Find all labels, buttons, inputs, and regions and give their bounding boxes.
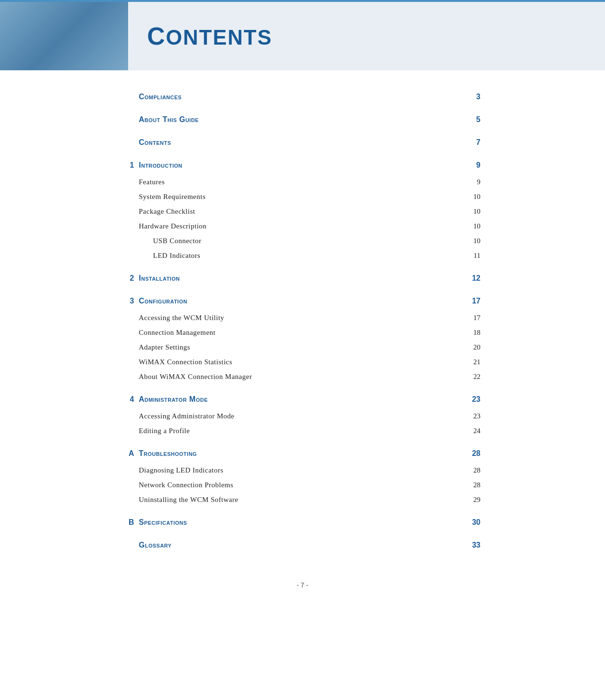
toc-entry-glossary: Glossary 33 xyxy=(125,538,481,553)
entry-page: 28 xyxy=(462,466,481,474)
entry-title: LED Indicators xyxy=(139,252,307,260)
entry-title: Specifications xyxy=(139,518,300,527)
page-footer: - 7 - xyxy=(0,572,605,598)
entry-page: 9 xyxy=(462,178,481,186)
toc-entry-adapter: Adapter Settings 20 xyxy=(125,340,481,355)
toc-entry-installation: 2 Installation 12 xyxy=(125,271,481,286)
entry-title: Administrator Mode xyxy=(139,395,300,404)
entry-title: Compliances xyxy=(139,93,300,101)
entry-number: A xyxy=(125,449,139,458)
toc-entry-uninstalling: Uninstalling the WCM Software 29 xyxy=(125,492,481,507)
entry-page: 20 xyxy=(462,343,481,351)
entry-page: 24 xyxy=(462,427,481,435)
gap xyxy=(122,286,483,293)
entry-title: Accessing Administrator Mode xyxy=(139,412,300,420)
gap xyxy=(122,384,483,392)
entry-title: Package Checklist xyxy=(139,208,300,216)
entry-title: Network Connection Problems xyxy=(139,481,300,489)
entry-title: Contents xyxy=(139,138,300,147)
entry-title: Connection Management xyxy=(139,329,300,337)
entry-page: 10 xyxy=(462,193,481,201)
entry-title: Troubleshooting xyxy=(139,449,300,458)
entry-title: WiMAX Connection Statistics xyxy=(139,358,300,366)
gap xyxy=(122,507,483,515)
entry-title: Adapter Settings xyxy=(139,343,300,351)
entry-page: 10 xyxy=(462,237,481,245)
gap xyxy=(122,263,483,271)
gap xyxy=(122,150,483,158)
entry-page: 10 xyxy=(462,222,481,230)
gap xyxy=(122,530,483,538)
entry-page: 17 xyxy=(462,314,481,322)
entry-page: 23 xyxy=(462,395,481,404)
entry-title: About This Guide xyxy=(139,115,300,124)
toc-entry-about: About This Guide 5 xyxy=(125,112,481,127)
toc-entry-sysreq: System Requirements 10 xyxy=(125,189,481,204)
toc-entry-troubleshooting: A Troubleshooting 28 xyxy=(125,446,481,461)
entry-title: Hardware Description xyxy=(139,222,300,230)
entry-number: 1 xyxy=(125,161,139,170)
header-content-area: CONTENTS xyxy=(128,2,605,70)
entry-number: 4 xyxy=(125,395,139,404)
entry-title: Introduction xyxy=(139,161,300,170)
entry-number: B xyxy=(125,518,139,527)
toc-entry-diagnosing: Diagnosing LED Indicators 28 xyxy=(125,463,481,478)
toc-entry-introduction: 1 Introduction 9 xyxy=(125,158,481,173)
toc-entry-configuration: 3 Configuration 17 xyxy=(125,293,481,309)
toc-entry-connection-mgmt: Connection Management 18 xyxy=(125,325,481,340)
page-header: CONTENTS xyxy=(0,0,605,70)
entry-page: 29 xyxy=(462,496,481,504)
toc-entry-accessing-admin: Accessing Administrator Mode 23 xyxy=(125,409,481,424)
entry-page: 21 xyxy=(462,358,481,366)
entry-title: USB Connector xyxy=(139,237,307,245)
gap xyxy=(122,104,483,112)
entry-title: Glossary xyxy=(139,541,300,549)
entry-page: 12 xyxy=(462,274,481,283)
entry-page: 7 xyxy=(462,138,481,147)
title-first-letter: C xyxy=(147,22,166,50)
entry-title: Diagnosing LED Indicators xyxy=(139,466,300,474)
entry-page: 3 xyxy=(462,93,481,101)
entry-title: Editing a Profile xyxy=(139,427,300,435)
toc-entry-specifications: B Specifications 30 xyxy=(125,515,481,530)
toc-entry-compliances: Compliances 3 xyxy=(125,89,481,104)
toc-entry-contents: Contents 7 xyxy=(125,135,481,150)
entry-page: 9 xyxy=(462,161,481,170)
toc-entry-wimax-stats: WiMAX Connection Statistics 21 xyxy=(125,355,481,369)
page-number: - 7 - xyxy=(297,581,308,589)
toc-entry-package: Package Checklist 10 xyxy=(125,204,481,219)
toc-entry-features: Features 9 xyxy=(125,175,481,189)
entry-title: About WiMAX Connection Manager xyxy=(139,373,300,381)
toc-entry-about-wimax: About WiMAX Connection Manager 22 xyxy=(125,369,481,384)
gap xyxy=(122,127,483,135)
entry-title: Features xyxy=(139,178,300,186)
entry-page: 22 xyxy=(462,373,481,381)
entry-title: Configuration xyxy=(139,297,300,305)
entry-page: 28 xyxy=(462,481,481,489)
entry-page: 17 xyxy=(462,297,481,305)
title-rest: ONTENTS xyxy=(166,26,272,49)
entry-page: 11 xyxy=(462,252,481,260)
page-title: CONTENTS xyxy=(147,22,272,50)
entry-title: Accessing the WCM Utility xyxy=(139,314,300,322)
gap xyxy=(122,438,483,446)
entry-page: 18 xyxy=(462,329,481,337)
entry-title: System Requirements xyxy=(139,193,300,201)
entry-title: Uninstalling the WCM Software xyxy=(139,496,300,504)
toc-entry-usb: USB Connector 10 xyxy=(125,234,481,248)
entry-title: Installation xyxy=(139,274,300,283)
toc-entry-led: LED Indicators 11 xyxy=(125,248,481,263)
entry-number: 2 xyxy=(125,274,139,283)
entry-number: 3 xyxy=(125,297,139,305)
toc-entry-hardware: Hardware Description 10 xyxy=(125,219,481,234)
entry-page: 5 xyxy=(462,115,481,124)
entry-page: 28 xyxy=(462,449,481,458)
toc-entry-network-problems: Network Connection Problems 28 xyxy=(125,478,481,492)
toc-container: Compliances 3 About This Guide 5 Content… xyxy=(122,89,483,553)
entry-page: 33 xyxy=(462,541,481,549)
main-content: Compliances 3 About This Guide 5 Content… xyxy=(0,70,605,572)
entry-page: 23 xyxy=(462,412,481,420)
toc-entry-admin: 4 Administrator Mode 23 xyxy=(125,392,481,407)
toc-entry-editing-profile: Editing a Profile 24 xyxy=(125,424,481,438)
toc-entry-accessing-wcm: Accessing the WCM Utility 17 xyxy=(125,311,481,325)
